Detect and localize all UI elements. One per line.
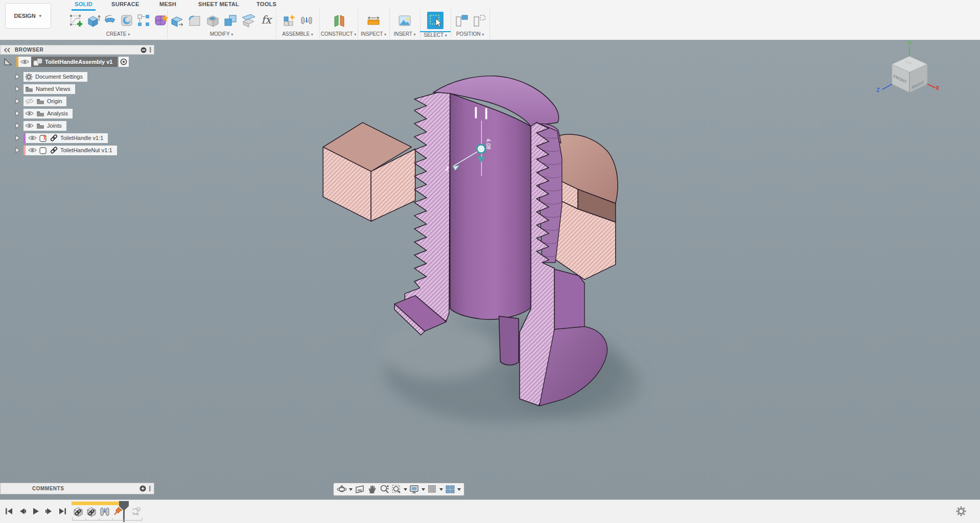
rectangular-pattern-button[interactable] xyxy=(136,12,151,29)
eye-icon[interactable] xyxy=(25,123,34,129)
design-workspace-menu[interactable]: DESIGN ▼ xyxy=(5,3,51,29)
construct-dropdown[interactable]: CONSTRUCT ▾ xyxy=(319,31,358,39)
display-dropdown-caret[interactable] xyxy=(421,484,426,494)
inspect-dropdown[interactable]: INSPECT ▾ xyxy=(358,31,389,39)
timeline-feature-link-component[interactable] xyxy=(86,506,97,517)
split-body-button[interactable] xyxy=(240,12,256,29)
browser-row-named-views[interactable]: Named Views xyxy=(14,84,75,94)
extrude-button[interactable] xyxy=(85,12,101,29)
grid-snaps-button[interactable] xyxy=(427,484,438,494)
viewport-canvas[interactable]: 4.08 Y TOP FRONT RIGHT Z xyxy=(0,40,980,500)
step-forward-button[interactable] xyxy=(44,505,54,517)
timeline-settings-button[interactable] xyxy=(955,506,967,517)
joint-limit-tick[interactable] xyxy=(475,107,477,118)
joint-button[interactable] xyxy=(298,12,315,29)
orbit-dropdown-caret[interactable] xyxy=(348,484,353,494)
look-at-button[interactable] xyxy=(354,484,365,494)
viewports-button[interactable] xyxy=(445,484,456,494)
root-component-selected[interactable]: ToiletHandleAssembly v1 xyxy=(31,57,118,67)
change-parameters-button[interactable]: fx xyxy=(258,12,274,29)
disclosure-icon[interactable] xyxy=(14,98,20,105)
fillet-button[interactable] xyxy=(186,12,203,29)
eye-hidden-icon[interactable] xyxy=(25,98,34,104)
add-comment-icon[interactable] xyxy=(139,485,146,492)
disclosure-icon[interactable] xyxy=(14,110,20,117)
new-component-button[interactable] xyxy=(281,12,297,29)
browser-row-toilethandle[interactable]: ToiletHandle v1:1 xyxy=(14,133,108,143)
browser-row-analysis[interactable]: Analysis xyxy=(14,108,73,118)
position-dropdown[interactable]: POSITION ▾ xyxy=(451,31,489,39)
handle-inner-bore[interactable] xyxy=(450,93,531,320)
select-dropdown[interactable]: SELECT ▾ xyxy=(420,31,451,39)
viewports-dropdown-caret[interactable] xyxy=(457,484,461,494)
browser-row-joints[interactable]: Joints xyxy=(14,121,66,131)
assemble-dropdown[interactable]: ASSEMBLE ▾ xyxy=(276,31,319,39)
handle-lower-stub[interactable] xyxy=(499,316,519,365)
display-settings-button[interactable] xyxy=(409,484,420,494)
disclosure-icon[interactable] xyxy=(14,134,20,141)
tab-sheet-metal[interactable]: SHEET METAL xyxy=(195,0,242,9)
orbit-button[interactable] xyxy=(336,484,347,494)
measure-icon xyxy=(366,13,381,28)
disclosure-icon[interactable] xyxy=(14,122,20,129)
disclosure-icon[interactable] xyxy=(14,73,20,80)
comments-bar[interactable]: COMMENTS xyxy=(0,483,154,494)
browser-row-root[interactable]: ToiletHandleAssembly v1 xyxy=(3,57,129,67)
timeline-feature-joint[interactable] xyxy=(99,506,110,517)
measure-button[interactable] xyxy=(365,12,382,29)
fit-dropdown-caret[interactable] xyxy=(403,484,408,494)
x-axis-label: X xyxy=(936,85,939,91)
insert-dropdown[interactable]: INSERT ▾ xyxy=(389,31,420,39)
step-back-button[interactable] xyxy=(17,505,28,517)
panel-resize-handle[interactable] xyxy=(148,485,152,492)
dropdown-caret-icon: ▾ xyxy=(231,32,233,37)
revert-position-button[interactable] xyxy=(471,12,487,29)
tab-mesh[interactable]: MESH xyxy=(156,0,179,9)
zoom-button[interactable] xyxy=(379,484,390,494)
hide-all-icon[interactable] xyxy=(141,47,147,53)
eye-icon[interactable] xyxy=(28,147,37,153)
eye-icon[interactable] xyxy=(25,110,34,116)
model-toilet-handle-nut[interactable] xyxy=(323,123,415,221)
collapse-panel-icon[interactable] xyxy=(4,47,11,53)
joint-limit-tick[interactable] xyxy=(485,108,487,119)
create-form-button[interactable] xyxy=(153,12,168,29)
shell-button[interactable] xyxy=(204,12,221,29)
eye-icon[interactable] xyxy=(28,135,37,141)
fit-button[interactable] xyxy=(391,484,402,494)
handle-arm-block[interactable] xyxy=(554,269,585,329)
timeline-rolled-motion-link[interactable] xyxy=(131,506,142,517)
modify-dropdown[interactable]: MODIFY ▾ xyxy=(167,31,276,39)
browser-row-document-settings[interactable]: Document Settings xyxy=(14,72,87,82)
insert-button[interactable] xyxy=(396,12,413,29)
go-to-start-button[interactable] xyxy=(4,505,14,517)
tab-surface[interactable]: SURFACE xyxy=(108,0,143,9)
handle-left-cut-face[interactable] xyxy=(405,90,450,321)
tab-tools[interactable]: TOOLS xyxy=(253,0,279,9)
capture-position-button[interactable] xyxy=(453,12,470,29)
press-pull-button[interactable] xyxy=(169,12,185,29)
browser-row-origin[interactable]: Origin xyxy=(14,96,66,106)
construction-plane-button[interactable] xyxy=(331,12,347,29)
create-dropdown[interactable]: CREATE ▾ xyxy=(69,31,167,39)
panel-resize-handle[interactable] xyxy=(148,46,152,53)
activate-component-radio[interactable] xyxy=(119,57,129,67)
browser-row-toilethandlenut[interactable]: ToiletHandleNut v1:1 xyxy=(14,145,117,155)
timeline-feature-link-component[interactable] xyxy=(73,506,84,517)
collapse-tree-icon[interactable] xyxy=(3,57,12,66)
hole-button[interactable] xyxy=(119,12,134,29)
play-button[interactable] xyxy=(31,505,41,517)
disclosure-icon[interactable] xyxy=(14,85,20,92)
create-sketch-button[interactable] xyxy=(68,12,84,29)
grid-dropdown-caret[interactable] xyxy=(439,484,444,494)
viewcube[interactable]: Y TOP FRONT RIGHT Z X xyxy=(876,41,939,93)
browser-header[interactable]: BROWSER xyxy=(0,45,154,55)
revolve-button[interactable] xyxy=(102,12,118,29)
root-component-label: ToiletHandleAssembly v1 xyxy=(45,59,112,65)
pan-button[interactable] xyxy=(366,484,378,494)
select-button[interactable] xyxy=(427,12,444,29)
visibility-toggle[interactable] xyxy=(18,57,31,67)
go-to-end-button[interactable] xyxy=(57,505,67,517)
combine-button[interactable] xyxy=(222,12,239,29)
disclosure-icon[interactable] xyxy=(14,147,20,154)
